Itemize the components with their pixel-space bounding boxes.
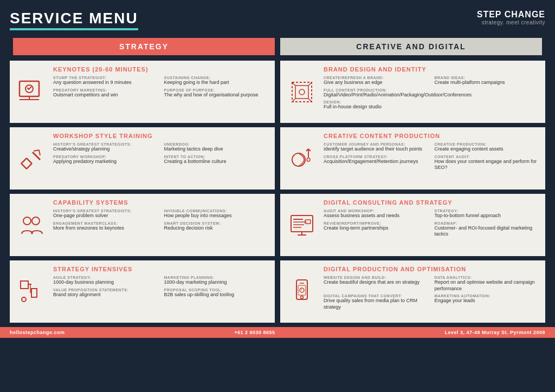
workshop-title: WORKSHOP STYLE TRAINING bbox=[53, 133, 269, 139]
brand-design-items: CREATE/REFRESH A BRAND: Give any busines… bbox=[324, 76, 540, 113]
creative-content-card: CREATIVE CONTENT PRODUCTION CUSTOMER JOU… bbox=[280, 127, 545, 190]
item-label: CONTENT AUDIT: bbox=[435, 155, 540, 159]
item-label: CREATIVE PRODUCTION: bbox=[435, 142, 540, 146]
intensives-items: AGILE STRATEGY: 1000-day business planni… bbox=[53, 276, 269, 300]
card-item: MARKETING AUTOMATION: Engage your leads bbox=[435, 294, 540, 310]
item-value: Customer- and ROI-focused digital market… bbox=[435, 225, 540, 238]
card-item: WEBSITE DESIGN AND BUILD: Create beautif… bbox=[324, 276, 429, 292]
item-value: Assess business assets and needs bbox=[324, 213, 429, 219]
svg-point-21 bbox=[292, 153, 305, 166]
page-title: SERVICE MENU bbox=[10, 10, 138, 30]
card-item: AUDIT AND WORKSHOP: Assess business asse… bbox=[324, 209, 429, 219]
item-value: Keeping going is the hard part bbox=[164, 80, 270, 86]
card-item: PROPOSAL SCOPING TOOL: B2B sales up-skil… bbox=[164, 288, 270, 298]
item-value: Create engaging content assets bbox=[435, 146, 540, 153]
item-label: BRAND IDEAS: bbox=[435, 76, 540, 80]
card-item: CREATE/REFRESH A BRAND: Give any busines… bbox=[324, 76, 429, 86]
card-item: UNDERDOG: Marketing tactics deep dive bbox=[164, 142, 270, 153]
item-value: Outsmart competitors and win bbox=[53, 92, 159, 99]
item-label: ROADMAP: bbox=[435, 221, 540, 225]
item-value: How does your content engage and perform… bbox=[435, 159, 540, 171]
footer-website: hellostepchange.com bbox=[10, 330, 65, 335]
card-item: CROSS PLATFORM STRATEGY: Acquisition/Eng… bbox=[324, 155, 429, 171]
item-value: Top-to-bottom funnel approach bbox=[435, 213, 540, 219]
keynotes-items: STUMP THE STRATEGIST: Any question answe… bbox=[53, 76, 269, 100]
item-value: Acquisition/Engagement/Retention journey… bbox=[324, 159, 429, 165]
card-item: PURPOSE OF PURPOSE: The why and how of o… bbox=[164, 88, 270, 99]
keynotes-card: KEYNOTES (20-60 MINUTES) STUMP THE STRAT… bbox=[10, 61, 275, 123]
item-value: Drive quality sales from media plan to C… bbox=[324, 298, 429, 310]
card-item: ROADMAP: Customer- and ROI-focused digit… bbox=[435, 221, 540, 238]
creative-column-header: CREATIVE AND DIGITAL bbox=[280, 38, 542, 55]
item-value: Creating a bottomline culture bbox=[164, 159, 270, 165]
item-label: CUSTOMER JOURNEY AND PERSONAS: bbox=[324, 142, 429, 146]
strategy-column: KEYNOTES (20-60 MINUTES) STUMP THE STRAT… bbox=[10, 61, 275, 323]
item-label: REVIEW/REPORT/IMPROVE: bbox=[324, 221, 429, 225]
item-value: Create multi-platform campaigns bbox=[435, 80, 540, 86]
card-item: AGILE STRATEGY: 1000-day business planni… bbox=[53, 276, 159, 286]
item-value: Create beautiful designs that are on str… bbox=[324, 279, 429, 286]
item-value: Report on and optimise website and campa… bbox=[435, 279, 540, 292]
main-grid: KEYNOTES (20-60 MINUTES) STUMP THE STRAT… bbox=[10, 61, 545, 323]
item-label: MARKETING PLANNING: bbox=[164, 276, 270, 279]
svg-marker-11 bbox=[31, 289, 37, 297]
card-item: CUSTOMER JOURNEY AND PERSONAS: Identify … bbox=[324, 142, 429, 153]
svg-rect-5 bbox=[21, 158, 32, 169]
card-item: PREDATORY WORKSHOP: Applying predatory m… bbox=[53, 155, 159, 165]
item-value: Marketing tactics deep dive bbox=[164, 146, 270, 153]
card-item: INTENT TO ACTION: Creating a bottomline … bbox=[164, 155, 270, 165]
intensives-card: STRATEGY INTENSIVES AGILE STRATEGY: 1000… bbox=[10, 260, 275, 323]
digital-consulting-icon bbox=[286, 199, 318, 251]
brand-design-card: BRAND DESIGN AND IDENTITY CREATE/REFRESH… bbox=[280, 61, 545, 123]
intensives-icon bbox=[15, 266, 48, 317]
column-headers: STRATEGY CREATIVE AND DIGITAL bbox=[10, 38, 545, 55]
keynotes-icon bbox=[15, 66, 48, 117]
brand-tagline: strategy. meet creativity bbox=[477, 19, 545, 25]
intensives-content: STRATEGY INTENSIVES AGILE STRATEGY: 1000… bbox=[53, 266, 269, 317]
creative-column-header-wrapper: CREATIVE AND DIGITAL bbox=[280, 38, 542, 55]
item-value: Digital/Video/Print/Radio/Animation/Pack… bbox=[324, 92, 540, 99]
item-label: INVISIBLE COMMUNICATIONS: bbox=[164, 209, 270, 213]
item-value: Give any business an edge bbox=[324, 80, 429, 86]
card-item: BRAND IDEAS: Create multi-platform campa… bbox=[435, 76, 540, 86]
item-value: Identify target audience and their touch… bbox=[324, 146, 429, 153]
creative-column: BRAND DESIGN AND IDENTITY CREATE/REFRESH… bbox=[280, 61, 545, 323]
digital-consulting-card: DIGITAL CONSULTING AND STRATEGY AUDIT AN… bbox=[280, 194, 545, 256]
card-item: REVIEW/REPORT/IMPROVE: Create long-term … bbox=[324, 221, 429, 238]
item-value: More from onezones to keynotes bbox=[53, 225, 159, 232]
capability-title: CAPABILITY SYSTEMS bbox=[53, 199, 269, 206]
footer-phone: +61 2 8030 8655 bbox=[234, 330, 275, 335]
footer: hellostepchange.com +61 2 8030 8655 Leve… bbox=[0, 327, 555, 338]
svg-rect-10 bbox=[21, 281, 28, 289]
item-label: UNDERDOG: bbox=[164, 142, 270, 146]
digital-production-content: DIGITAL PRODUCTION AND OPTIMISATION WEBS… bbox=[324, 266, 540, 317]
svg-point-8 bbox=[23, 217, 31, 225]
item-label: WEBSITE DESIGN AND BUILD: bbox=[324, 276, 429, 279]
svg-line-39 bbox=[301, 289, 302, 290]
item-value: 1000-day business planning bbox=[53, 279, 159, 286]
item-label: ENGAGEMENT MASTERCLASS: bbox=[53, 221, 159, 225]
workshop-content: WORKSHOP STYLE TRAINING HISTORY'S GREATE… bbox=[53, 133, 269, 184]
item-value: Creative/strategy planning bbox=[53, 146, 159, 153]
brand-design-content: BRAND DESIGN AND IDENTITY CREATE/REFRESH… bbox=[324, 66, 540, 117]
digital-consulting-items: AUDIT AND WORKSHOP: Assess business asse… bbox=[324, 209, 540, 240]
digital-production-title: DIGITAL PRODUCTION AND OPTIMISATION bbox=[324, 266, 540, 272]
item-label: HISTORY'S GREATEST STRATEGISTS: bbox=[53, 209, 159, 213]
card-item: SUSTAINING CHANGE: Keeping going is the … bbox=[164, 76, 270, 86]
header-title-block: SERVICE MENU bbox=[10, 10, 138, 30]
item-value: Reducing decision risk bbox=[164, 225, 270, 232]
card-item: HISTORY'S GREATEST STRATEGISTS: One-page… bbox=[53, 209, 159, 219]
digital-consulting-title: DIGITAL CONSULTING AND STRATEGY bbox=[324, 199, 540, 206]
card-item: VALUE PROPOSITION STATEMENTS: Brand stor… bbox=[53, 288, 159, 298]
digital-consulting-content: DIGITAL CONSULTING AND STRATEGY AUDIT AN… bbox=[324, 199, 540, 251]
item-label: FULL CONTENT PRODUCTION: bbox=[324, 88, 540, 92]
workshop-card: WORKSHOP STYLE TRAINING HISTORY'S GREATE… bbox=[10, 127, 275, 190]
creative-content-content: CREATIVE CONTENT PRODUCTION CUSTOMER JOU… bbox=[324, 133, 540, 184]
item-label: CREATE/REFRESH A BRAND: bbox=[324, 76, 429, 80]
item-label: SMART DECISION SYSTEM: bbox=[164, 221, 270, 225]
item-label: STRATEGY: bbox=[435, 209, 540, 213]
card-item: CREATIVE PRODUCTION: Create engaging con… bbox=[435, 142, 540, 153]
footer-address: Level 3, 47-49 Murray St. Pyrmont 2009 bbox=[444, 330, 545, 335]
item-label: AGILE STRATEGY: bbox=[53, 276, 159, 279]
creative-content-title: CREATIVE CONTENT PRODUCTION bbox=[324, 133, 540, 139]
